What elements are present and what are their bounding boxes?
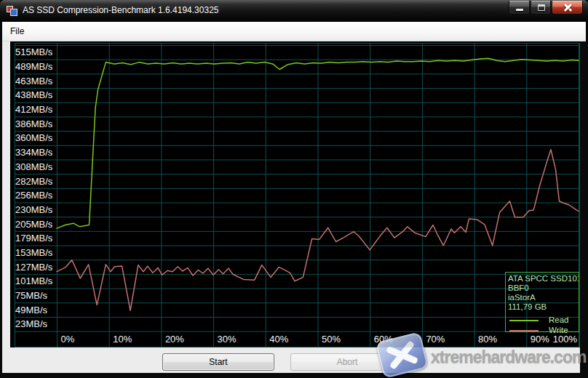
y-tick-label: 412MB/s [15, 104, 53, 115]
device-name: ATA SPCC SSD101 [508, 274, 579, 284]
drive-info-legend: ATA SPCC SSD101 BBF0 iaStorA 111,79 GB R… [505, 272, 579, 332]
menu-bar: File [2, 22, 586, 41]
y-tick-label: 23MB/s [15, 318, 48, 329]
y-tick-label: 386MB/s [15, 118, 53, 129]
x-tick-label: 40% [269, 334, 288, 345]
x-tick-label: 10% [113, 334, 132, 345]
y-tick-label: 205MB/s [15, 219, 53, 230]
minimize-button[interactable] [509, 1, 530, 15]
chart-panel: 515MB/s489MB/s463MB/s438MB/s412MB/s386MB… [10, 41, 580, 347]
x-tick-label: 0% [61, 334, 75, 345]
title-bar: AS SSD Compression-Benchmark 1.6.4194.30… [0, 0, 588, 22]
app-icon-blue-square [10, 9, 17, 16]
y-tick-label: 282MB/s [15, 176, 53, 187]
read-line-swatch [509, 320, 539, 321]
maximize-icon [538, 4, 545, 11]
y-tick-label: 230MB/s [15, 204, 53, 215]
y-tick-label: 463MB/s [15, 76, 53, 87]
y-tick-label: 489MB/s [15, 61, 53, 72]
x-tick-label: 50% [322, 334, 341, 345]
x-tick-label: 100% [553, 334, 578, 345]
legend-entry-read: Read [508, 315, 579, 325]
y-tick-label: 308MB/s [15, 161, 53, 172]
window-title: AS SSD Compression-Benchmark 1.6.4194.30… [23, 5, 218, 15]
y-tick-label: 75MB/s [15, 290, 48, 301]
y-tick-label: 515MB/s [15, 47, 53, 57]
y-tick-label: 438MB/s [15, 89, 53, 100]
x-tick-label: 70% [426, 334, 445, 345]
close-icon [563, 3, 573, 12]
x-tick-label: 90% [531, 334, 549, 345]
app-icon [7, 5, 18, 17]
y-tick-label: 49MB/s [15, 305, 48, 315]
app-window: AS SSD Compression-Benchmark 1.6.4194.30… [0, 0, 588, 378]
close-button[interactable] [552, 1, 583, 15]
watermark-text: xtremehardware.com [431, 347, 586, 367]
maximize-button[interactable] [531, 1, 551, 15]
y-tick-label: 334MB/s [15, 147, 53, 158]
firmware-version: BBF0 [508, 284, 579, 293]
x-tick-label: 30% [218, 334, 237, 345]
drive-capacity: 111,79 GB [508, 302, 579, 312]
compression-chart: 515MB/s489MB/s463MB/s438MB/s412MB/s386MB… [10, 41, 580, 347]
x-tick-label: 80% [478, 334, 497, 345]
write-line-swatch [509, 330, 539, 331]
y-tick-label: 127MB/s [15, 262, 53, 273]
x-tick-label: 20% [165, 334, 184, 345]
menu-item-file[interactable]: File [2, 22, 31, 41]
driver-name: iaStorA [508, 293, 579, 302]
start-button[interactable]: Start [162, 353, 274, 371]
y-tick-label: 256MB/s [15, 190, 53, 201]
minimize-icon [516, 9, 523, 11]
write-label: Write [549, 326, 568, 335]
y-tick-label: 360MB/s [15, 132, 53, 143]
y-tick-label: 101MB/s [15, 276, 53, 286]
client-area: 515MB/s489MB/s463MB/s438MB/s412MB/s386MB… [2, 41, 580, 373]
legend-entry-write: Write [508, 326, 579, 335]
read-label: Read [549, 315, 569, 325]
y-tick-label: 153MB/s [15, 247, 53, 258]
y-tick-label: 179MB/s [15, 233, 53, 244]
